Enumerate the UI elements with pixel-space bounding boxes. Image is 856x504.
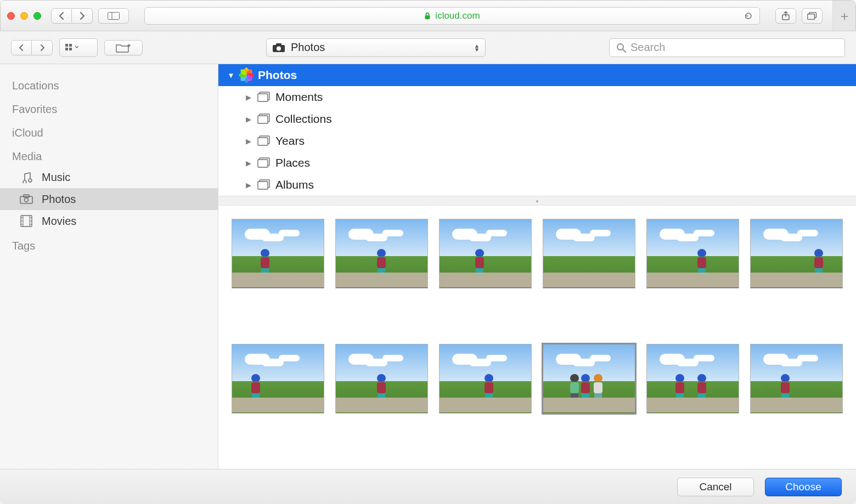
svg-rect-5 <box>808 14 815 19</box>
tree-item-label: Collections <box>275 112 332 126</box>
cancel-button-label: Cancel <box>699 481 731 493</box>
tree-root-label: Photos <box>258 69 297 82</box>
back-button[interactable] <box>51 8 72 24</box>
chevron-right-icon: ▶ <box>245 137 252 145</box>
chevron-right-icon: ▶ <box>245 93 252 101</box>
svg-rect-28 <box>258 94 268 101</box>
sidebar: Locations Favorites iCloud Media Music P… <box>0 64 218 469</box>
stack-icon <box>257 135 271 147</box>
chevron-right-icon: ▶ <box>245 181 252 189</box>
source-tree: ▼ <box>218 64 856 196</box>
tree-item-places[interactable]: ▶Places <box>218 152 856 174</box>
sidebar-item-movies[interactable]: Movies <box>0 210 218 232</box>
folder-plus-icon <box>116 43 131 53</box>
reload-button[interactable] <box>744 12 753 20</box>
photo-thumbnail[interactable] <box>750 344 843 414</box>
svg-rect-9 <box>69 48 72 50</box>
updown-icon: ▲▼ <box>463 44 480 52</box>
address-bar[interactable]: icloud.com <box>144 7 760 25</box>
window-controls <box>7 12 41 20</box>
safari-window: icloud.com ＋ <box>0 0 856 504</box>
photo-thumbnail[interactable] <box>646 219 739 288</box>
camera-icon <box>19 192 34 206</box>
stack-icon <box>257 113 271 125</box>
svg-rect-34 <box>258 160 268 167</box>
location-popup[interactable]: Photos ▲▼ <box>266 38 486 57</box>
sidebar-section-media: Media <box>0 143 218 166</box>
new-tab-button[interactable]: ＋ <box>832 1 855 31</box>
sidebar-section-tags: Tags <box>0 232 218 256</box>
film-icon <box>19 214 34 228</box>
lock-icon <box>424 12 431 20</box>
svg-rect-8 <box>65 48 68 50</box>
search-placeholder: Search <box>630 41 665 54</box>
open-panel: Photos ▲▼ Search Locations Favorites iCl… <box>0 31 856 504</box>
minimize-window-button[interactable] <box>20 12 28 20</box>
photo-thumbnail[interactable] <box>646 344 739 414</box>
tree-item-label: Years <box>275 134 305 148</box>
show-sidebar-button[interactable] <box>98 8 129 24</box>
zoom-window-button[interactable] <box>33 12 41 20</box>
tree-item-years[interactable]: ▶Years <box>218 130 856 152</box>
photo-thumbnail[interactable] <box>543 344 635 414</box>
tree-item-label: Places <box>275 156 310 169</box>
browser-titlebar: icloud.com ＋ <box>1 1 855 31</box>
share-button[interactable] <box>775 8 796 24</box>
thumbnail-grid <box>218 206 856 469</box>
splitter-handle[interactable]: ● <box>218 196 856 206</box>
photo-thumbnail[interactable] <box>439 219 532 288</box>
grid-icon <box>65 44 78 52</box>
photo-thumbnail[interactable] <box>232 219 324 288</box>
nav-back-forward <box>51 8 93 24</box>
tree-item-label: Moments <box>275 90 323 104</box>
photo-thumbnail[interactable] <box>543 219 635 288</box>
panel-forward-button[interactable] <box>32 40 53 55</box>
search-icon <box>616 43 626 53</box>
photo-thumbnail[interactable] <box>750 219 843 288</box>
stack-icon <box>257 157 271 169</box>
svg-rect-0 <box>108 12 120 19</box>
url-host: icloud.com <box>435 10 480 21</box>
photo-thumbnail[interactable] <box>335 219 428 288</box>
tree-item-albums[interactable]: ▶Albums <box>218 174 856 196</box>
sidebar-item-label: Music <box>42 171 70 184</box>
choose-button-label: Choose <box>785 481 821 493</box>
svg-rect-2 <box>425 15 430 19</box>
new-folder-button[interactable] <box>104 40 143 55</box>
open-panel-toolbar: Photos ▲▼ Search <box>0 31 856 64</box>
history-nav <box>11 40 53 55</box>
tree-item-moments[interactable]: ▶Moments <box>218 86 856 108</box>
photos-app-icon <box>239 69 254 81</box>
tree-root-photos[interactable]: ▼ <box>218 64 856 86</box>
choose-button[interactable]: Choose <box>765 478 842 496</box>
view-mode-button[interactable] <box>59 38 98 57</box>
chevron-right-icon: ▶ <box>245 159 252 167</box>
photo-thumbnail[interactable] <box>439 344 532 414</box>
sidebar-item-photos[interactable]: Photos <box>0 188 218 210</box>
photo-thumbnail[interactable] <box>335 344 428 414</box>
close-window-button[interactable] <box>7 12 15 20</box>
sidebar-item-label: Photos <box>42 193 76 206</box>
show-tabs-button[interactable] <box>802 8 823 24</box>
svg-line-14 <box>623 49 626 52</box>
sidebar-item-music[interactable]: Music <box>0 166 218 188</box>
svg-point-13 <box>617 44 623 50</box>
search-input[interactable]: Search <box>609 38 845 57</box>
open-panel-body: Locations Favorites iCloud Media Music P… <box>0 64 856 469</box>
tree-item-collections[interactable]: ▶Collections <box>218 108 856 130</box>
svg-point-12 <box>277 46 281 50</box>
panel-back-button[interactable] <box>11 40 32 55</box>
stack-icon <box>257 179 271 191</box>
stack-icon <box>257 91 271 103</box>
cancel-button[interactable]: Cancel <box>677 478 754 496</box>
tree-item-label: Albums <box>275 178 314 191</box>
sidebar-section-icloud: iCloud <box>0 119 218 143</box>
svg-rect-36 <box>258 182 268 189</box>
open-panel-footer: Cancel Choose <box>0 469 856 504</box>
svg-rect-32 <box>258 138 268 145</box>
location-popup-label: Photos <box>291 41 325 54</box>
forward-button[interactable] <box>72 8 93 24</box>
photo-thumbnail[interactable] <box>232 344 324 414</box>
sidebar-section-favorites: Favorites <box>0 95 218 119</box>
music-icon <box>19 171 34 184</box>
